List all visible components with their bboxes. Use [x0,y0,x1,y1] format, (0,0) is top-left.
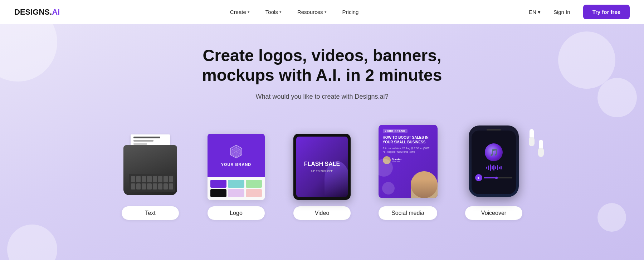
key [147,176,151,182]
social-brand-tag: YOUR BRAND [383,129,408,133]
card-text-visual [114,133,186,201]
card-social-visual: YOUR BRAND HOW TO BOOST SALES IN YOUR SM… [372,122,444,201]
key [142,183,146,190]
speaker-name: Speaker [392,158,433,161]
voice-waveform [486,164,502,171]
card-voiceover[interactable]: 🎵 ▶ [458,122,530,220]
key [153,183,157,190]
deco-circle-3 [597,78,637,117]
nav-resources[interactable]: Resources ▾ [291,6,333,18]
typewriter-body [123,145,177,195]
social-card-title: HOW TO BOOST SALES IN YOUR SMALL BUSINES… [383,135,433,144]
voice-play-button[interactable]: ▶ [475,174,482,181]
navbar: DESIGNS.Ai Create ▾ Tools ▾ Resources ▾ … [0,0,644,24]
social-card-subtitle: Join our webinar, 28 Aug @ 7:30pm (GMT +… [383,147,433,154]
card-voiceover-label: Voiceover [465,206,522,220]
paper-line [133,140,153,142]
nav-create[interactable]: Create ▾ [224,6,256,18]
chevron-down-icon: ▾ [279,10,282,14]
card-social-label: Social media [379,206,437,220]
card-social[interactable]: YOUR BRAND HOW TO BOOST SALES IN YOUR SM… [372,122,444,220]
key [158,176,162,182]
airpod-icon [527,129,537,147]
card-logo[interactable]: YOUR BRAND Logo [200,133,272,220]
logo[interactable]: DESIGNS.Ai [14,8,60,17]
nav-right: EN ▾ Sign In Try for free [529,5,630,19]
key [153,176,157,182]
airpod-icon [536,140,546,158]
voice-progress-fill [484,177,495,178]
wave-bar [499,167,500,169]
key [158,183,162,190]
flash-sub-text: UP TO 50% OFF [311,169,333,173]
wave-bar [486,167,487,169]
swatch-pink [246,189,262,197]
language-selector[interactable]: EN ▾ [529,9,541,15]
deco-circle-2 [558,31,615,89]
social-card-image: YOUR BRAND HOW TO BOOST SALES IN YOUR SM… [379,125,438,198]
swatch-lavender [228,189,244,197]
nav-pricing[interactable]: Pricing [336,6,365,18]
typewriter-image [122,138,179,195]
logo-card-image: YOUR BRAND [208,134,265,200]
key [147,183,151,190]
card-text-label: Text [122,206,179,220]
hero-title: Create logos, videos, banners, mockups w… [168,46,476,85]
key [136,176,141,182]
speaker-role: Role title [392,161,433,163]
card-video-label: Video [293,206,351,220]
tablet-screen: FLASH SALE UP TO 50% OFF [296,137,348,197]
wave-bar [495,166,496,169]
nav-links: Create ▾ Tools ▾ Resources ▾ Pricing [224,6,365,18]
swatch-black [210,189,226,197]
wave-bar [488,166,489,170]
card-voiceover-visual: 🎵 ▶ [458,122,530,201]
chevron-down-icon: ▾ [325,10,327,14]
deco-circle-1 [0,24,57,82]
paper-line [133,143,147,145]
tablet-image: FLASH SALE UP TO 50% OFF [293,134,351,200]
logo-card-brand: YOUR BRAND [221,162,252,167]
airpod-left [536,140,546,159]
paper-line [133,137,160,138]
voice-circle-icon: 🎵 [485,143,503,161]
social-face-image [411,171,438,198]
card-logo-visual: YOUR BRAND [200,133,272,201]
nav-tools[interactable]: Tools ▾ [259,6,288,18]
wave-bar [497,165,498,170]
deco-circle-5 [7,225,57,260]
chevron-down-icon: ▾ [248,10,250,14]
key [131,176,135,182]
card-video-visual: FLASH SALE UP TO 50% OFF [286,133,358,201]
logo-card-top: YOUR BRAND [208,134,265,177]
product-cards-row: Text YOUR BRAND [72,122,572,220]
key [164,176,168,182]
card-text[interactable]: Text [114,133,186,220]
key [131,183,135,190]
sign-in-button[interactable]: Sign In [548,6,576,18]
card-logo-label: Logo [208,206,265,220]
swatch-teal [228,180,244,188]
voice-slider-row: ▶ [475,174,512,181]
flash-sale-text: FLASH SALE [304,161,340,167]
voice-progress-dot [495,177,498,179]
hero-subtitle: What would you like to create with Desig… [255,93,388,100]
typewriter-keys [129,174,175,192]
logo-text: DESIGNS.Ai [14,8,60,17]
svg-rect-6 [529,137,535,146]
voice-screen: 🎵 ▶ [472,130,516,194]
hero-section: Create logos, videos, banners, mockups w… [0,24,644,260]
social-deco-dot-2 [382,182,395,194]
airpod-right [527,129,537,148]
try-free-button[interactable]: Try for free [583,5,630,19]
wave-bar [493,165,494,171]
swatch-purple [210,180,226,188]
phone-image: 🎵 ▶ [469,125,519,197]
card-video[interactable]: FLASH SALE UP TO 50% OFF Video [286,133,358,220]
chevron-down-icon: ▾ [538,9,541,15]
wave-bar [492,166,493,169]
key [136,183,141,190]
svg-rect-8 [538,148,544,157]
wave-bar [501,166,502,169]
wave-bar [490,164,491,171]
